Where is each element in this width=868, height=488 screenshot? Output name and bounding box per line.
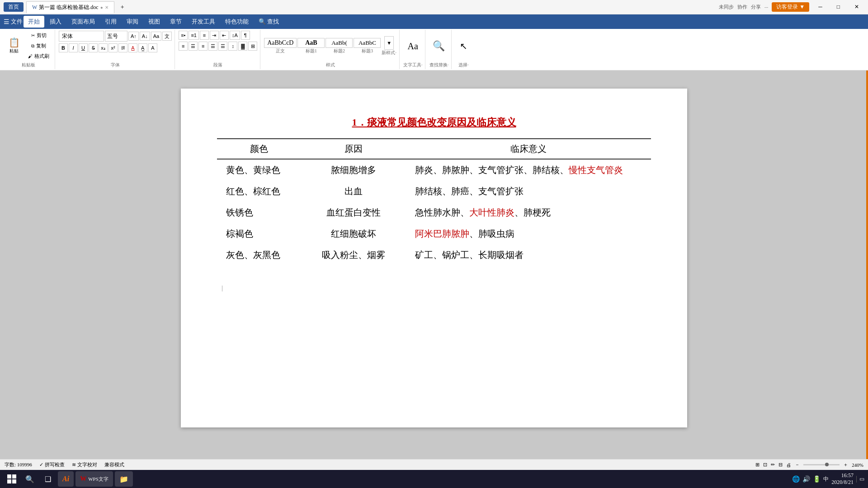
indent-increase-btn[interactable]: ⇥ [210,31,219,40]
clear-format-btn[interactable]: Aa [151,32,161,41]
cut-icon: ✂ [31,33,35,38]
indent-decrease-btn[interactable]: ⇤ [220,31,229,40]
menu-chapter[interactable]: 章节 [165,16,186,28]
font-name-input[interactable] [59,31,104,42]
doc-tab[interactable]: W 第一篇 临床检验基础.doc ● ✕ [26,1,114,13]
text-tools-btn[interactable]: Aa [405,40,421,52]
clipboard-group-content: 📋 粘贴 ✂ 剪切 ⧉ 复制 🖌 格式刷 [5,31,52,61]
sync-btn[interactable]: 未同步 [719,4,734,10]
content-table: 颜色 原因 临床意义 黄色、黄绿色 脓细胞增多 肺炎、肺脓肿、支气管扩张、肺结核… [217,138,651,266]
underline-btn[interactable]: U [79,43,88,52]
superscript-btn[interactable]: x² [108,43,118,52]
sort-btn[interactable]: ↕A [230,31,240,40]
align-center-btn[interactable]: ☰ [189,42,198,51]
document-page[interactable]: 1．痰液常见颜色改变原因及临床意义 颜色 原因 临床意义 黄色、黄绿色 脓细胞增… [181,89,687,427]
view-icon-2[interactable]: ⊡ [763,462,767,468]
doc-tab-save-icon[interactable]: ● [100,5,103,10]
menu-review[interactable]: 审阅 [122,16,143,28]
strikethrough-btn[interactable]: S̶ [89,43,98,52]
style-h1-col: AaB 标题1 [297,38,325,54]
paste-btn[interactable]: 📋 粘贴 [5,37,24,56]
pinyin-btn[interactable]: 拼 [118,43,127,52]
more-btn[interactable]: ··· [764,5,768,10]
font-size-increase-btn[interactable]: A↑ [128,32,139,41]
cell-color-5: 灰色、灰黑色 [217,244,302,266]
view-icon-1[interactable]: ⊞ [755,462,760,468]
svg-rect-1 [12,474,16,479]
line-spacing-btn[interactable]: ↕ [228,42,237,51]
italic-btn[interactable]: I [69,43,78,52]
justify-btn[interactable]: ☰ [208,42,217,51]
style-h3-btn[interactable]: AaBbC [354,38,381,48]
task-view-btn[interactable]: ❑ [40,471,56,487]
distributed-btn[interactable]: ☰ [218,42,227,51]
bold-btn[interactable]: B [59,43,68,52]
maximize-btn[interactable]: □ [831,0,845,14]
new-tab-btn[interactable]: + [117,3,128,12]
share-btn[interactable]: 分享 [751,4,761,10]
menu-reference[interactable]: 引用 [100,16,121,28]
bullet-list-btn[interactable]: ≡• [179,31,188,40]
zoom-slider[interactable] [803,464,840,465]
zoom-out-btn[interactable]: － [795,461,800,468]
edit-icon[interactable]: ✏ [771,462,775,468]
cut-btn[interactable]: ✂ 剪切 [25,31,52,40]
menu-view[interactable]: 视图 [144,16,165,28]
find-replace-btn[interactable]: 🔍 [429,39,448,53]
style-h1-btn[interactable]: AaB [297,38,325,48]
menu-dev-tools[interactable]: 开发工具 [187,16,220,28]
para-row1: ≡• ≡1 ≡ ⇥ ⇤ ↕A ¶ [179,31,250,40]
ribbon-content: 📋 粘贴 ✂ 剪切 ⧉ 复制 🖌 格式刷 [0,29,868,70]
show-desktop-btn[interactable]: ▭ [856,476,864,483]
format-btn[interactable]: 文 [162,32,172,41]
text-compare-btn[interactable]: ≋ 文字校对 [72,461,97,468]
minimize-btn[interactable]: ─ [813,0,828,14]
menu-insert[interactable]: 插入 [45,16,66,28]
align-left-btn[interactable]: ≡ [179,42,188,51]
font-group-content: A↑ A↓ Aa 文 B I U S̶ x₂ x² 拼 A A̲ A [59,31,172,61]
styles-dropdown-btn[interactable]: ▼ [384,36,394,50]
format-paint-btn[interactable]: 🖌 格式刷 [25,52,52,61]
menu-find[interactable]: 🔍查找 [254,16,283,28]
home-tab-btn[interactable]: 首页 [4,2,24,12]
taskbar-ai-app[interactable]: Ai [58,471,74,487]
outline-btn[interactable]: ≡ [200,31,209,40]
taskbar-files-app[interactable]: 📁 [115,471,133,487]
select-btn[interactable]: ↖ [455,40,472,52]
menu-special[interactable]: 特色功能 [221,16,253,28]
search-btn[interactable]: 🔍 [22,471,38,487]
font-size-input[interactable] [105,31,127,42]
subscript-btn[interactable]: x₂ [99,43,108,52]
numbered-list-btn[interactable]: ≡1 [189,31,199,40]
close-btn[interactable]: ✕ [849,0,864,14]
start-btn[interactable] [4,471,20,487]
style-normal-btn[interactable]: AaBbCcD [264,38,297,48]
paragraph-group: ≡• ≡1 ≡ ⇥ ⇤ ↕A ¶ ≡ ☰ ≡ ☰ ☰ ↕ ▓ ⊞ [176,30,260,69]
align-right-btn[interactable]: ≡ [198,42,208,51]
show-hide-btn[interactable]: ¶ [241,31,250,40]
font-color-btn[interactable]: A [128,43,137,52]
meaning-text-red-3: 大叶性肺炎 [469,207,514,217]
zoom-in-btn[interactable]: ＋ [843,461,848,468]
shading-btn[interactable]: ▓ [238,42,247,51]
status-right: ⊞ ⊡ ✏ ⊟ 🖨 － ＋ 240% [755,461,863,468]
style-h2-btn[interactable]: AaBb( [326,38,353,48]
print-icon[interactable]: 🖨 [786,462,791,468]
char-clear-btn[interactable]: A [148,43,157,52]
layout-icon[interactable]: ⊟ [778,462,783,468]
highlight-btn[interactable]: A̲ [138,43,147,52]
menu-page-layout[interactable]: 页面布局 [67,16,99,28]
doc-tab-close-icon[interactable]: ✕ [105,5,108,10]
border-btn[interactable]: ⊞ [248,42,257,51]
collab-btn[interactable]: 协作 [737,4,747,10]
status-bar: 字数: 109996 ✓ 拼写检查 ≋ 文字校对 兼容模式 ⊞ ⊡ ✏ ⊟ 🖨 … [0,459,868,470]
file-menu-item[interactable]: ☰ 文件 [4,18,23,26]
spell-check-btn[interactable]: ✓ 拼写检查 [39,461,65,468]
file-label[interactable]: 文件 [11,18,23,26]
menu-start[interactable]: 开始 [24,16,44,28]
login-btn[interactable]: 访客登录 ▼ [772,2,809,12]
document-title-block: 1．痰液常见颜色改变原因及临床意义 [217,116,651,129]
copy-btn[interactable]: ⧉ 复制 [25,41,52,51]
font-size-decrease-btn[interactable]: A↓ [140,32,150,41]
taskbar-wps-app[interactable]: W WPS文字 [75,471,113,487]
